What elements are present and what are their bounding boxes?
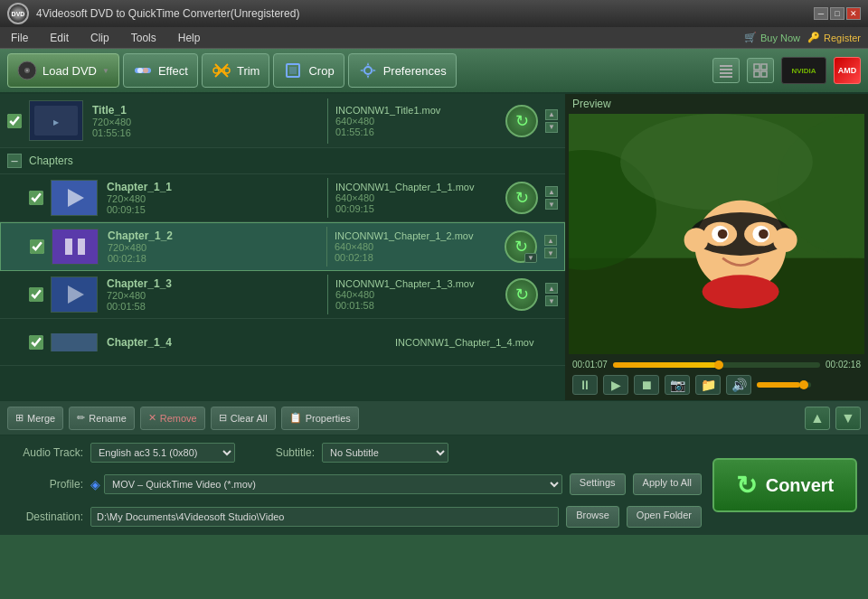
menu-tools[interactable]: Tools (127, 30, 160, 46)
list-view-button[interactable] (712, 58, 740, 83)
move-up-button[interactable]: ▲ (805, 407, 830, 430)
load-dvd-button[interactable]: Load DVD ▼ (7, 53, 119, 88)
chapter-3-arrow-up[interactable]: ▲ (545, 283, 558, 294)
progress-bar[interactable] (613, 362, 820, 368)
chapter-3-convert-icon[interactable]: ↻ (505, 278, 538, 311)
maximize-button[interactable]: □ (830, 7, 844, 20)
chapter-row-1[interactable]: Chapter_1_1 720×480 00:09:15 INCONNW1_Ch… (0, 174, 565, 222)
trim-button[interactable]: Trim (202, 53, 270, 88)
chapter-3-output: INCONNW1_Chapter_1_3.mov 640×480 00:01:5… (335, 278, 498, 311)
buy-now-button[interactable]: 🛒 Buy Now (744, 32, 800, 43)
apply-to-all-button[interactable]: Apply to All (633, 473, 702, 495)
play-button[interactable]: ▶ (603, 375, 628, 395)
time-bar: 00:01:07 00:02:18 (572, 360, 861, 370)
svg-rect-28 (78, 239, 85, 255)
amd-badge: AMD (834, 57, 861, 84)
rename-button[interactable]: ✏ Rename (69, 407, 135, 430)
preview-area: Preview (565, 94, 868, 400)
menu-edit[interactable]: Edit (46, 30, 72, 46)
menu-file[interactable]: File (7, 30, 32, 46)
menu-help[interactable]: Help (175, 30, 204, 46)
subtitle-select[interactable]: No Subtitle (322, 443, 448, 463)
chapter-2-checkbox[interactable] (30, 239, 44, 254)
merge-button[interactable]: ⊞ Merge (7, 407, 63, 430)
chapter-1-arrow-down[interactable]: ▼ (545, 199, 558, 210)
svg-point-43 (718, 229, 728, 239)
pause-button[interactable]: ⏸ (572, 375, 598, 395)
open-folder-button[interactable]: Open Folder (627, 506, 702, 528)
dvd-icon (17, 61, 37, 80)
bottom-area: Audio Track: English ac3 5.1 (0x80) Subt… (0, 435, 868, 535)
chapter-row-3[interactable]: Chapter_1_3 720×480 00:01:58 INCONNW1_Ch… (0, 271, 565, 319)
svg-rect-31 (52, 333, 97, 351)
chapter-4-checkbox[interactable] (29, 335, 43, 350)
chapter-row-4[interactable]: Chapter_1_4 INCONNW1_Chapter_1_4.mov (0, 319, 565, 366)
effect-button[interactable]: Effect (123, 53, 198, 88)
svg-point-46 (684, 228, 709, 252)
svg-point-44 (759, 229, 769, 239)
settings-button[interactable]: Settings (570, 473, 626, 495)
chapter-2-convert-icon[interactable]: ↻ ▼ (505, 230, 537, 263)
key-icon: 🔑 (807, 32, 820, 43)
grid-view-button[interactable] (747, 58, 774, 83)
convert-button[interactable]: ↻ Convert (712, 458, 857, 512)
progress-thumb (714, 360, 723, 370)
minimize-button[interactable]: ─ (814, 7, 828, 20)
chapter-2-arrow-up[interactable]: ▲ (544, 235, 557, 246)
title-row[interactable]: ▶ Title_1 720×480 01:55:16 INCONNW1_Titl… (0, 94, 565, 148)
chapter-3-checkbox[interactable] (29, 287, 43, 302)
time-total: 00:02:18 (826, 360, 861, 370)
svg-point-8 (213, 68, 219, 73)
title-arrow-up[interactable]: ▲ (545, 109, 558, 120)
svg-rect-11 (289, 67, 297, 74)
title-checkbox[interactable] (7, 114, 22, 128)
titlebar: DVD 4Videosoft DVD to QuickTime Converte… (0, 0, 868, 27)
profile-row: Profile: ◈ MOV – QuickTime Video (*.mov)… (11, 473, 702, 495)
chapter-1-convert-icon[interactable]: ↻ (505, 182, 538, 214)
volume-button[interactable]: 🔊 (726, 375, 751, 395)
audio-track-label: Audio Track: (11, 446, 83, 459)
audio-track-select[interactable]: English ac3 5.1 (0x80) (90, 443, 235, 463)
titlebar-left: DVD 4Videosoft DVD to QuickTime Converte… (7, 3, 299, 24)
move-down-button[interactable]: ▼ (835, 407, 861, 430)
chapter-2-thumbnail (52, 229, 99, 265)
properties-button[interactable]: 📋 Properties (281, 407, 359, 430)
load-dvd-dropdown-arrow[interactable]: ▼ (102, 67, 109, 75)
chapter-2-arrow-down[interactable]: ▼ (544, 248, 557, 258)
menu-clip[interactable]: Clip (87, 30, 113, 46)
register-button[interactable]: 🔑 Register (807, 32, 861, 43)
volume-bar[interactable] (757, 382, 811, 388)
preferences-button[interactable]: Preferences (348, 53, 457, 88)
chapter-2-output: INCONNW1_Chapter_1_2.mov 640×480 00:02:1… (335, 230, 497, 263)
title-arrow-down[interactable]: ▼ (545, 122, 558, 133)
quicktime-icon: ◈ (90, 477, 100, 491)
profile-select[interactable]: MOV – QuickTime Video (*.mov) (104, 474, 562, 494)
menubar-left: File Edit Clip Tools Help (7, 30, 203, 46)
chapter-3-arrow-down[interactable]: ▼ (545, 295, 558, 306)
dropdown-arrow-icon[interactable]: ▼ (524, 253, 537, 263)
destination-input[interactable] (90, 507, 559, 527)
close-button[interactable]: ✕ (846, 7, 861, 20)
chapters-expand-button[interactable]: ─ (7, 154, 22, 168)
folder-button[interactable]: 📁 (695, 375, 721, 395)
chapter-1-checkbox[interactable] (29, 191, 43, 205)
title-convert-icon[interactable]: ↻ (505, 105, 538, 137)
bottom-right: ↻ Convert (712, 443, 857, 528)
chapters-header: ─ Chapters (0, 148, 565, 174)
stop-button[interactable]: ⏹ (634, 375, 659, 395)
destination-row: Destination: Browse Open Folder (11, 506, 702, 528)
svg-point-5 (143, 68, 148, 73)
dvd-logo: DVD (7, 3, 29, 24)
svg-rect-27 (65, 239, 72, 255)
svg-point-47 (773, 228, 797, 252)
properties-icon: 📋 (289, 412, 302, 424)
chapter-row-2[interactable]: Chapter_1_2 720×480 00:02:18 INCONNW1_Ch… (0, 222, 565, 271)
clear-all-button[interactable]: ⊟ Clear All (211, 407, 276, 430)
chapter-1-arrow-up[interactable]: ▲ (545, 186, 558, 197)
screenshot-button[interactable]: 📷 (665, 375, 690, 395)
remove-button[interactable]: ✕ Remove (140, 407, 205, 430)
titlebar-controls: ─ □ ✕ (814, 7, 861, 20)
browse-button[interactable]: Browse (566, 506, 619, 528)
crop-button[interactable]: Crop (273, 53, 344, 88)
title-output-info: INCONNW1_Title1.mov 640×480 01:55:16 (335, 105, 498, 137)
